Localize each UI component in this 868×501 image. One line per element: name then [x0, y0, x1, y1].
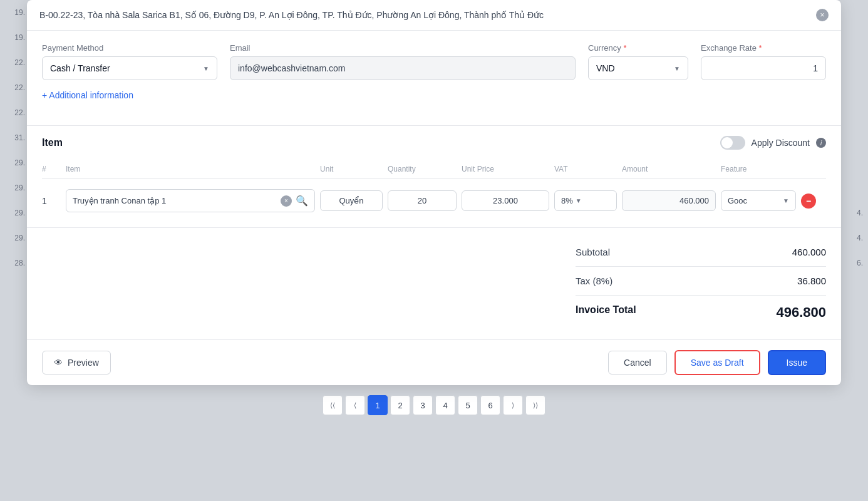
row-num: 28. [0, 250, 30, 276]
eye-icon: 👁 [54, 358, 63, 368]
payment-method-label: Payment Method [42, 43, 217, 53]
row-num: 6. [838, 250, 868, 276]
delete-row-button[interactable]: − [801, 194, 816, 209]
apply-discount-label: Apply Discount [752, 138, 810, 148]
chevron-down-icon: ▼ [203, 65, 209, 72]
subtotal-value: 460.000 [792, 247, 826, 257]
th-unit-price: Unit Price [462, 165, 549, 173]
th-feature: Feature [721, 165, 796, 173]
pagination-page-6[interactable]: 6 [480, 395, 500, 415]
row-num [838, 125, 868, 150]
currency-required: * [623, 43, 626, 53]
form-section: Payment Method Cash / Transfer ▼ Email C… [27, 31, 841, 125]
currency-select[interactable]: VND ▼ [588, 56, 688, 80]
address-text: B-00.22-23, Tòa nhà Sala Sarica B1, Số 0… [39, 10, 811, 20]
invoice-total-row: Invoice Total 496.800 [576, 296, 826, 329]
table-header: # Item Unit Quantity Unit Price VAT Amou… [42, 160, 826, 179]
issue-button[interactable]: Issue [768, 350, 826, 375]
pagination-page-1[interactable]: 1 [368, 395, 388, 415]
row-numbers-right: 4. 4. 6. [838, 0, 868, 501]
apply-discount-toggle[interactable] [720, 136, 745, 150]
pagination-prev-button[interactable]: ⟨ [345, 395, 365, 415]
row-num: 29. [0, 200, 30, 225]
th-actions [801, 165, 826, 173]
row-num: 4. [838, 200, 868, 225]
exchange-rate-label: Exchange Rate * [701, 43, 826, 53]
pagination-bar: ⟨⟨ ⟨ 1 2 3 4 5 6 ⟩ ⟩⟩ [323, 395, 545, 415]
apply-discount-group: Apply Discount i [720, 136, 826, 150]
amount-display: 460.000 [622, 190, 716, 211]
preview-button[interactable]: 👁 Preview [42, 351, 111, 374]
exchange-rate-required: * [759, 43, 762, 53]
form-row-main: Payment Method Cash / Transfer ▼ Email C… [42, 43, 826, 80]
unit-price-input[interactable] [462, 190, 549, 211]
vat-value: 8% [561, 196, 573, 205]
invoice-modal: B-00.22-23, Tòa nhà Sala Sarica B1, Số 0… [27, 0, 841, 385]
payment-method-value: Cash / Transfer [50, 63, 110, 73]
payment-method-group: Payment Method Cash / Transfer ▼ [42, 43, 217, 80]
row-num: 4. [838, 225, 868, 250]
cancel-button[interactable]: Cancel [608, 351, 667, 374]
tax-label: Tax (8%) [576, 276, 612, 286]
item-name-input[interactable] [73, 196, 277, 205]
address-bar: B-00.22-23, Tòa nhà Sala Sarica B1, Số 0… [27, 0, 841, 31]
currency-label: Currency * [588, 43, 688, 53]
items-title: Item [42, 137, 63, 148]
currency-value: VND [596, 63, 615, 73]
th-quantity: Quantity [388, 165, 457, 173]
preview-label: Preview [68, 358, 99, 368]
th-item: Item [66, 165, 315, 173]
footer-right-buttons: Cancel Save as Draft Issue [608, 350, 826, 375]
subtotal-label: Subtotal [576, 247, 610, 257]
pagination-page-2[interactable]: 2 [390, 395, 410, 415]
chevron-down-icon: ▼ [576, 197, 582, 204]
page-wrapper: 19. 19. 22. 22. 22. 31. 29. 29. 29. 29. … [0, 0, 868, 501]
exchange-rate-group: Exchange Rate * [701, 43, 826, 80]
totals-section: Subtotal 460.000 Tax (8%) 36.800 Invoice… [27, 227, 841, 339]
pagination-page-3[interactable]: 3 [413, 395, 433, 415]
row-numbers-left: 19. 19. 22. 22. 22. 31. 29. 29. 29. 29. … [0, 0, 30, 501]
invoice-total-value: 496.800 [776, 304, 826, 321]
item-search-icon[interactable]: 🔍 [296, 195, 308, 207]
row-num: 29. [0, 225, 30, 250]
additional-info-button[interactable]: + Additional information [42, 90, 826, 100]
unit-input[interactable] [320, 190, 383, 211]
row-num: 19. [0, 0, 30, 25]
chevron-down-icon: ▼ [783, 197, 789, 204]
quantity-input[interactable] [388, 190, 457, 211]
pagination-page-5[interactable]: 5 [458, 395, 478, 415]
email-input[interactable] [230, 56, 576, 80]
payment-method-select[interactable]: Cash / Transfer ▼ [42, 56, 217, 80]
totals-grid: Subtotal 460.000 Tax (8%) 36.800 Invoice… [42, 238, 826, 329]
email-group: Email [230, 43, 576, 80]
pagination-first-button[interactable]: ⟨⟨ [323, 395, 343, 415]
apply-discount-info-icon[interactable]: i [816, 138, 826, 148]
exchange-rate-input[interactable] [701, 56, 826, 80]
subtotal-row: Subtotal 460.000 [576, 238, 826, 267]
row-num: 22. [0, 50, 30, 75]
feature-value: Gooc [728, 196, 780, 205]
items-section: Item Apply Discount i # Item Unit Quanti… [27, 125, 841, 227]
row-num: 22. [0, 100, 30, 125]
row-num [838, 0, 868, 25]
pagination-page-4[interactable]: 4 [435, 395, 455, 415]
row-num [838, 75, 868, 100]
row-num [838, 25, 868, 50]
row-num: 22. [0, 75, 30, 100]
save-draft-button[interactable]: Save as Draft [674, 350, 760, 375]
footer-bar: 👁 Preview Cancel Save as Draft Issue [27, 339, 841, 385]
th-vat: VAT [554, 165, 617, 173]
address-close-button[interactable]: × [816, 9, 829, 21]
item-clear-button[interactable]: × [281, 195, 292, 207]
row-num: 19. [0, 25, 30, 50]
row-num: 31. [0, 125, 30, 150]
pagination-next-button[interactable]: ⟩ [503, 395, 523, 415]
th-unit: Unit [320, 165, 383, 173]
row-num [838, 150, 868, 175]
pagination-last-button[interactable]: ⟩⟩ [525, 395, 545, 415]
tax-row: Tax (8%) 36.800 [576, 267, 826, 296]
row-num [838, 50, 868, 75]
table-row: 1 × 🔍 8% ▼ 460.000 Gooc ▼ [42, 184, 826, 217]
feature-select[interactable]: Gooc ▼ [721, 190, 796, 211]
vat-select[interactable]: 8% ▼ [554, 190, 617, 211]
